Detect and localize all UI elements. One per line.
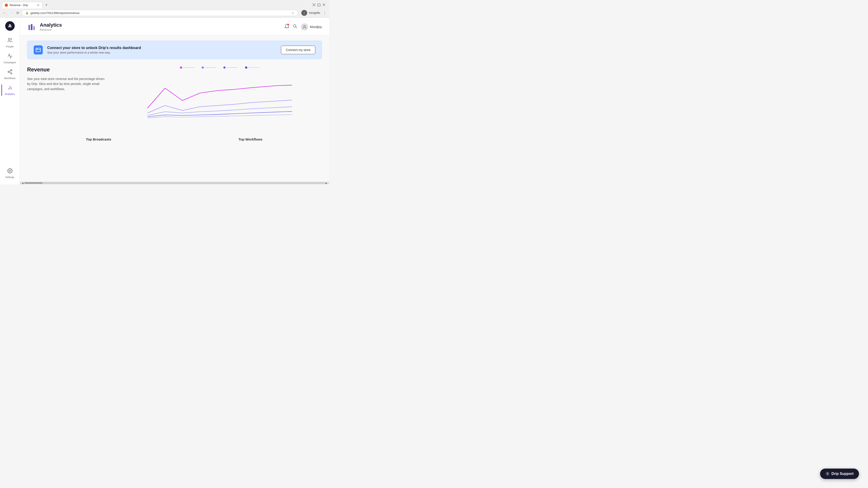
legend-line-1 <box>183 67 194 68</box>
scrollbar-track[interactable] <box>24 182 324 184</box>
legend-item-2 <box>202 66 216 69</box>
svg-point-14 <box>11 70 12 71</box>
content-area: Connect your store to unlock Drip's resu… <box>20 35 329 182</box>
legend-item-4 <box>245 66 259 69</box>
sidebar-logo[interactable] <box>5 21 15 31</box>
scroll-right-arrow[interactable]: ▶ <box>324 182 328 184</box>
notification-button[interactable] <box>284 24 289 30</box>
connect-my-store-button[interactable]: Connect my store <box>281 46 315 54</box>
sidebar-item-people[interactable]: People <box>1 35 19 50</box>
user-name: Moodjoy <box>310 25 322 29</box>
tab-close-btn[interactable]: ✕ <box>37 3 39 7</box>
svg-line-18 <box>9 71 11 72</box>
svg-point-0 <box>5 4 7 6</box>
svg-point-10 <box>10 26 11 28</box>
reload-button[interactable]: ⟳ <box>16 10 20 16</box>
sidebar-item-settings-label: Settings <box>5 176 14 178</box>
connect-store-banner: Connect your store to unlock Drip's resu… <box>27 41 322 59</box>
page-header: Analytics Revenue <box>20 18 329 35</box>
svg-point-12 <box>10 25 11 25</box>
profile-button[interactable]: I <box>301 10 307 16</box>
svg-line-17 <box>9 72 11 73</box>
incognito-label: Incognito <box>309 11 320 14</box>
back-button[interactable]: ← <box>2 10 7 16</box>
sidebar-item-campaigns[interactable]: Campaigns <box>1 51 19 66</box>
chart-legend <box>118 66 322 69</box>
svg-text:I: I <box>304 12 305 14</box>
page-title-icon <box>27 22 36 31</box>
window-minimize-btn[interactable] <box>312 3 315 6</box>
bottom-section: Top Broadcasts Top Workflows <box>27 133 322 141</box>
revenue-title: Revenue <box>27 66 108 73</box>
top-broadcasts-col: Top Broadcasts <box>27 137 170 141</box>
sidebar-item-analytics[interactable]: Analytics <box>1 83 19 98</box>
legend-line-2 <box>205 67 216 68</box>
sidebar-item-settings[interactable]: Settings <box>1 166 19 181</box>
bottom-scrollbar[interactable]: ◀ ▶ <box>20 182 329 184</box>
lock-icon: 🔒 <box>25 11 29 14</box>
header-actions: Moodjoy <box>284 23 322 31</box>
svg-point-28 <box>304 25 305 27</box>
svg-point-22 <box>9 170 11 171</box>
user-info[interactable]: Moodjoy <box>301 23 322 31</box>
sidebar-item-people-label: People <box>6 45 13 48</box>
browser-actions: I Incognito ⋮ <box>301 10 327 16</box>
revenue-chart-svg <box>118 73 322 123</box>
svg-rect-25 <box>33 26 35 30</box>
top-broadcasts-label: Top Broadcasts <box>27 137 170 141</box>
svg-rect-32 <box>145 73 294 123</box>
address-bar[interactable]: 🔒 getdrip.com/7641396/reports/revenue ☆ <box>22 10 298 16</box>
workflows-icon <box>7 69 13 76</box>
legend-dot-2 <box>202 66 204 69</box>
legend-dot-4 <box>245 66 247 69</box>
app-container: People Campaigns <box>0 18 329 184</box>
svg-point-26 <box>293 25 296 27</box>
forward-button[interactable]: → <box>8 10 14 16</box>
sidebar-bottom: Settings <box>1 166 19 181</box>
revenue-description: See your total store revenue and the per… <box>27 76 108 92</box>
top-workflows-label: Top Workflows <box>179 137 322 141</box>
window-controls <box>312 3 326 6</box>
scrollbar-thumb[interactable] <box>24 182 42 184</box>
banner-icon <box>34 45 43 55</box>
svg-point-16 <box>11 73 12 74</box>
main-content: Analytics Revenue <box>20 18 329 184</box>
legend-line-4 <box>248 67 259 68</box>
people-icon <box>7 37 13 44</box>
legend-dot-1 <box>180 66 182 69</box>
more-options-button[interactable]: ⋮ <box>322 10 327 16</box>
revenue-chart <box>118 66 322 124</box>
legend-dot-line-3 <box>223 66 238 69</box>
svg-rect-3 <box>318 4 320 6</box>
legend-dot-line-1 <box>180 66 194 69</box>
legend-item-1 <box>180 66 194 69</box>
sidebar-item-campaigns-label: Campaigns <box>4 61 16 64</box>
tab-bar: Revenue - Drip ✕ + <box>0 0 329 8</box>
legend-item-3 <box>223 66 238 69</box>
page-title-text: Analytics Revenue <box>40 22 62 31</box>
sidebar-item-analytics-label: Analytics <box>5 93 15 95</box>
search-button[interactable] <box>293 24 297 30</box>
analytics-icon <box>7 85 13 92</box>
svg-rect-24 <box>31 24 32 30</box>
page-title-section: Analytics Revenue <box>27 22 62 31</box>
banner-text: Connect your store to unlock Drip's resu… <box>47 46 276 54</box>
new-tab-button[interactable]: + <box>43 2 50 8</box>
browser-chrome: Revenue - Drip ✕ + ← → ⟳ 🔒 getdrip.com/7… <box>0 0 329 18</box>
sidebar-item-workflows[interactable]: Workflows <box>1 67 19 82</box>
svg-rect-29 <box>36 48 40 52</box>
legend-dot-line-2 <box>202 66 216 69</box>
tab-title: Revenue - Drip <box>10 4 28 7</box>
user-avatar <box>301 23 308 31</box>
tab-favicon <box>5 4 8 7</box>
bookmark-icon[interactable]: ☆ <box>291 11 294 15</box>
banner-subtitle: See your store performance in a whole ne… <box>47 51 276 54</box>
window-close-btn[interactable] <box>322 3 326 6</box>
svg-point-9 <box>8 26 10 28</box>
top-workflows-col: Top Workflows <box>179 137 322 141</box>
scroll-left-arrow[interactable]: ◀ <box>21 182 24 184</box>
legend-dot-3 <box>223 66 225 69</box>
svg-line-27 <box>296 27 297 28</box>
window-maximize-btn[interactable] <box>317 3 320 6</box>
active-tab[interactable]: Revenue - Drip ✕ <box>2 2 42 8</box>
